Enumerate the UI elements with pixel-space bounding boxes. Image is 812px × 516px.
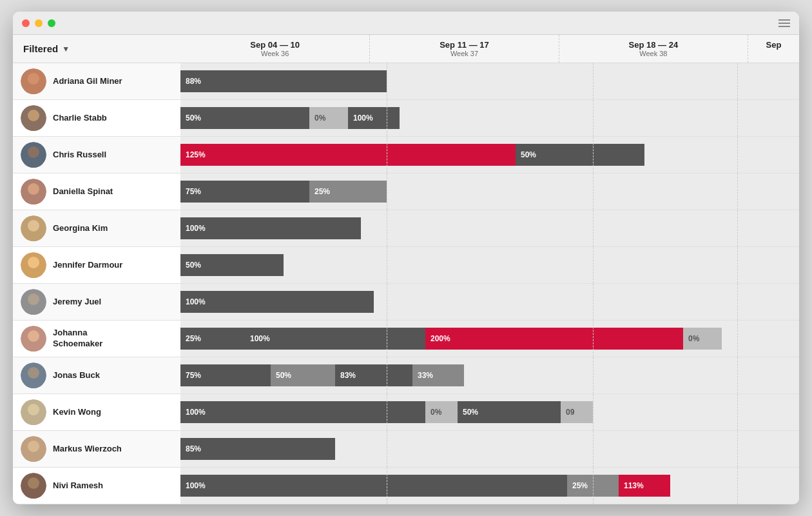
person-row: JohannaSchoemaker25%100%200%0% (13, 321, 799, 357)
svg-point-31 (28, 441, 39, 452)
svg-point-28 (28, 404, 39, 415)
filter-label: Filtered (23, 43, 58, 54)
bars-wrapper: 88% (180, 70, 799, 92)
svg-point-22 (28, 330, 39, 342)
svg-point-16 (28, 257, 39, 268)
bars-wrapper: 100% (180, 291, 799, 313)
avatar (21, 215, 46, 241)
bars-wrapper: 75%50%83%33% (180, 364, 799, 386)
bars-wrapper: 50%0%100% (180, 107, 799, 129)
bar-segment: 100% (180, 291, 374, 313)
bar-segment: 83% (335, 364, 412, 386)
bar-segment: 25% (567, 475, 619, 497)
bar-segment: 100% (348, 107, 400, 129)
bars-cell: 50% (180, 247, 799, 283)
week-36-label: Week 36 (183, 50, 367, 57)
weeks-header: Sep 04 — 10 Week 36 Sep 11 — 17 Week 37 … (180, 35, 799, 63)
app-window: Filtered ▼ Sep 04 — 10 Week 36 Sep 11 — … (13, 12, 799, 504)
person-row: Jonas Buck75%50%83%33% (13, 357, 799, 394)
bar-segment: 50% (458, 401, 561, 423)
bars-wrapper: 75%25% (180, 181, 799, 203)
person-cell: Adriana Gil Miner (13, 63, 180, 99)
filter-cell[interactable]: Filtered ▼ (13, 35, 180, 63)
bar-segment: 100% (180, 217, 361, 239)
bar-segment: 50% (516, 144, 644, 166)
person-cell: Jeremy Juel (13, 284, 180, 320)
person-row: Jennifer Darmour50% (13, 247, 799, 284)
avatar (21, 473, 46, 499)
svg-point-34 (28, 477, 39, 489)
svg-point-13 (28, 220, 39, 232)
bars-wrapper: 85% (180, 438, 799, 460)
bar-segment: 0% (309, 107, 348, 129)
person-cell: Kevin Wong (13, 394, 180, 430)
week-37-range: Sep 11 — 17 (372, 40, 556, 50)
bar-segment: 0% (425, 401, 458, 423)
bar-segment: 50% (180, 254, 284, 276)
week-header-36: Sep 04 — 10 Week 36 (180, 35, 369, 63)
person-row: Nivi Ramesh100%25%113% (13, 468, 799, 504)
maximize-button[interactable] (48, 19, 55, 27)
bar-segment: 125% (180, 144, 516, 166)
bar-segment: 25% (180, 328, 245, 350)
bars-cell: 100% (180, 284, 799, 320)
person-cell: Jonas Buck (13, 357, 180, 393)
bars-cell: 100% (180, 210, 799, 246)
bar-segment: 85% (180, 438, 335, 460)
bars-cell: 100%0%50%09 (180, 394, 799, 430)
person-row: Jeremy Juel100% (13, 284, 799, 321)
person-cell: Charlie Stabb (13, 100, 180, 136)
minimize-button[interactable] (35, 19, 43, 27)
person-name: Markus Wierzoch (53, 444, 122, 455)
svg-point-19 (28, 293, 39, 305)
bars-cell: 100%25%113% (180, 468, 799, 504)
person-row: Daniella Spinat75%25% (13, 174, 799, 210)
bar-segment: 100% (180, 475, 567, 497)
person-row: Kevin Wong100%0%50%09 (13, 394, 799, 431)
person-cell: Markus Wierzoch (13, 431, 180, 467)
bars-wrapper: 50% (180, 254, 799, 276)
person-name: Charlie Stabb (53, 113, 107, 124)
person-cell: Nivi Ramesh (13, 468, 180, 504)
avatar (21, 252, 46, 278)
menu-icon[interactable] (778, 19, 790, 27)
avatar (21, 179, 46, 204)
bars-cell: 75%50%83%33% (180, 357, 799, 393)
person-name: Jeremy Juel (53, 297, 101, 308)
bar-segment: 50% (271, 364, 335, 386)
person-name: JohannaSchoemaker (53, 328, 102, 350)
bars-cell: 85% (180, 431, 799, 467)
bar-segment: 0% (683, 328, 722, 350)
main-content: Filtered ▼ Sep 04 — 10 Week 36 Sep 11 — … (13, 35, 799, 504)
svg-point-4 (28, 110, 39, 121)
bar-segment: 100% (180, 401, 425, 423)
bar-segment: 33% (412, 364, 464, 386)
person-row: Markus Wierzoch85% (13, 431, 799, 468)
bars-wrapper: 125%50% (180, 144, 799, 166)
person-name: Jonas Buck (53, 370, 100, 381)
bar-segment: 200% (425, 328, 683, 350)
avatar (21, 142, 46, 168)
person-name: Chris Russell (53, 150, 106, 161)
person-name: Georgina Kim (53, 223, 108, 234)
week-header-38: Sep 18 — 24 Week 38 (559, 35, 748, 63)
titlebar (13, 12, 799, 35)
bars-wrapper: 100%0%50%09 (180, 401, 799, 423)
week-sep-range: Sep (751, 40, 797, 50)
bar-segment: 100% (245, 328, 425, 350)
avatar (21, 326, 46, 352)
person-name: Adriana Gil Miner (53, 76, 122, 87)
avatar (21, 362, 46, 388)
week-38-label: Week 38 (562, 50, 745, 57)
avatar (21, 399, 46, 425)
avatar (21, 68, 46, 94)
close-button[interactable] (22, 19, 30, 27)
week-37-label: Week 37 (372, 50, 556, 57)
filter-arrow-icon: ▼ (62, 45, 70, 54)
traffic-lights (22, 19, 55, 27)
person-cell: Georgina Kim (13, 210, 180, 246)
person-name: Jennifer Darmour (53, 260, 122, 271)
bar-segment: 50% (180, 107, 309, 129)
bars-cell: 75%25% (180, 174, 799, 210)
svg-point-7 (28, 146, 39, 158)
